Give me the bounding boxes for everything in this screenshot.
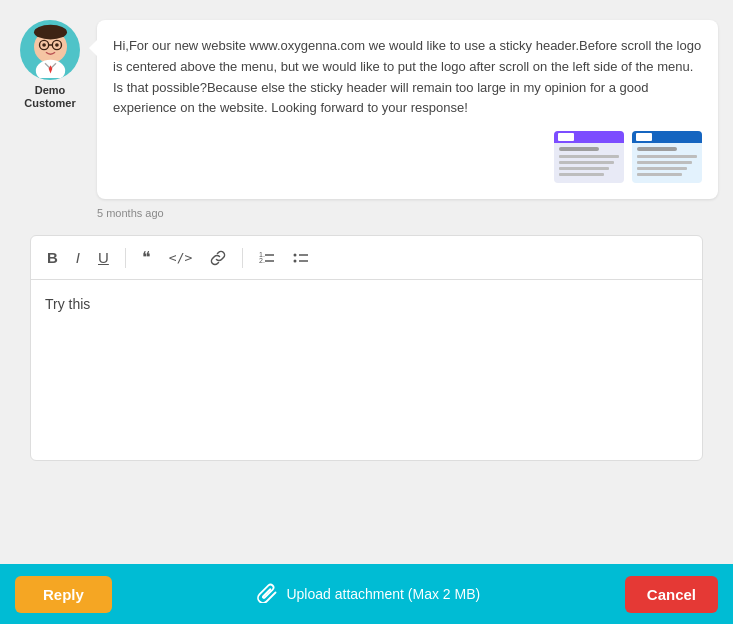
link-button[interactable] xyxy=(204,246,232,270)
svg-rect-12 xyxy=(559,155,619,158)
svg-point-5 xyxy=(42,43,46,47)
main-content: Demo Customer Hi,For our new website www… xyxy=(0,0,733,564)
svg-rect-20 xyxy=(637,155,697,158)
avatar-container: Demo Customer xyxy=(15,20,85,110)
svg-rect-15 xyxy=(559,173,604,176)
svg-rect-21 xyxy=(637,161,692,164)
toolbar-divider-2 xyxy=(242,248,243,268)
paperclip-icon xyxy=(256,581,278,608)
comment-images xyxy=(113,131,702,183)
svg-rect-16 xyxy=(558,133,574,141)
attachment-thumb-1[interactable] xyxy=(554,131,624,183)
toolbar: B I U ❝ </> 1. 2. xyxy=(31,236,702,280)
svg-rect-14 xyxy=(559,167,609,170)
svg-rect-11 xyxy=(559,147,599,151)
svg-text:2.: 2. xyxy=(259,257,265,264)
reply-button[interactable]: Reply xyxy=(15,576,112,613)
comment-text: Hi,For our new website www.oxygenna.com … xyxy=(113,36,702,119)
avatar-name: Demo Customer xyxy=(24,84,75,110)
ordered-list-button[interactable]: 1. 2. xyxy=(253,246,281,270)
attachment-thumb-2[interactable] xyxy=(632,131,702,183)
svg-point-29 xyxy=(294,253,297,256)
unordered-list-button[interactable] xyxy=(287,246,315,270)
svg-rect-22 xyxy=(637,167,687,170)
blockquote-button[interactable]: ❝ xyxy=(136,244,157,271)
bold-button[interactable]: B xyxy=(41,245,64,270)
svg-rect-19 xyxy=(637,147,677,151)
upload-label: Upload attachment (Max 2 MB) xyxy=(286,586,480,602)
svg-point-1 xyxy=(34,24,67,39)
code-button[interactable]: </> xyxy=(163,246,198,269)
svg-rect-13 xyxy=(559,161,614,164)
cancel-button[interactable]: Cancel xyxy=(625,576,718,613)
svg-point-31 xyxy=(294,259,297,262)
svg-rect-23 xyxy=(637,173,682,176)
underline-button[interactable]: U xyxy=(92,245,115,270)
italic-button[interactable]: I xyxy=(70,245,86,270)
toolbar-divider-1 xyxy=(125,248,126,268)
comment-bubble: Hi,For our new website www.oxygenna.com … xyxy=(97,20,718,199)
bottom-bar: Reply Upload attachment (Max 2 MB) Cance… xyxy=(0,564,733,624)
svg-point-6 xyxy=(55,43,59,47)
avatar xyxy=(20,20,80,80)
comment-timestamp: 5 months ago xyxy=(15,207,718,219)
upload-area[interactable]: Upload attachment (Max 2 MB) xyxy=(256,581,480,608)
comment-block: Demo Customer Hi,For our new website www… xyxy=(15,20,718,199)
editor-textarea[interactable]: Try this xyxy=(31,280,702,460)
editor-container: B I U ❝ </> 1. 2. xyxy=(30,235,703,461)
svg-rect-24 xyxy=(636,133,652,141)
